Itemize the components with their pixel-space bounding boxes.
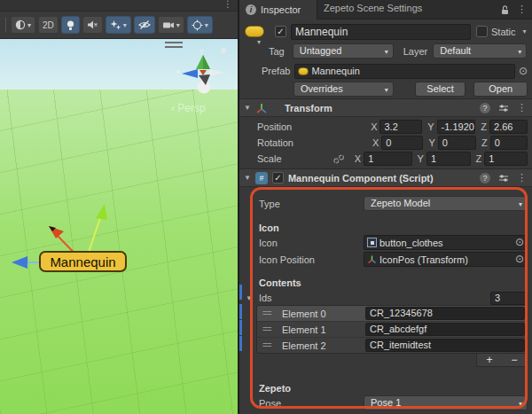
element-0-value-field[interactable]: CR_12345678 [365, 307, 525, 320]
component-enabled-checkbox[interactable]: ✓ [272, 172, 284, 184]
component-menu-kebab-icon[interactable]: ⋮ [517, 172, 527, 184]
add-element-button[interactable]: + [486, 355, 492, 365]
static-checkbox[interactable] [476, 26, 488, 37]
transform-icon [255, 102, 268, 114]
position-z-field[interactable]: 2.66 [489, 120, 528, 134]
type-dropdown[interactable]: Zepeto Model ▾ [364, 196, 528, 211]
chevron-down-icon: ▾ [27, 21, 31, 29]
drag-handle-icon[interactable]: == [262, 340, 271, 350]
x-axis-cone[interactable] [182, 69, 198, 78]
presets-icon[interactable] [498, 173, 509, 184]
foldout-icon[interactable]: ▼ [246, 294, 253, 302]
rotation-label: Rotation [257, 137, 293, 148]
mannequin-component-header[interactable]: ▼ # ✓ Mannequin Component (Script) ? ⋮ [239, 168, 532, 187]
chevron-down-icon: ▾ [205, 21, 208, 29]
tag-dropdown[interactable]: Untagged ▾ [293, 43, 394, 59]
ids-size-field[interactable]: 3 [490, 292, 528, 305]
presets-icon[interactable] [498, 103, 509, 113]
pose-row: Pose Pose 1 ▾ [259, 395, 528, 410]
static-dropdown-icon[interactable]: ▾ [523, 27, 527, 35]
drag-handle-icon[interactable]: == [262, 309, 271, 318]
scale-x-field[interactable]: 1 [364, 152, 411, 166]
shading-mode-button[interactable]: ▾ [11, 16, 35, 34]
audio-muted-icon [87, 20, 98, 30]
chevron-down-icon: ▾ [385, 83, 388, 97]
position-x-field[interactable]: 3.2 [379, 120, 422, 134]
object-picker-icon[interactable]: ⊙ [519, 65, 528, 77]
link-scale-icon[interactable] [333, 153, 344, 165]
camera-icon [162, 20, 175, 30]
pose-dropdown[interactable]: Pose 1 ▾ [364, 395, 528, 410]
icon-label: Icon [259, 238, 278, 248]
element-2-value-field[interactable]: CR_itemidtest [365, 339, 525, 352]
scene-view-pane: ⋮ ▾ 2D [0, 0, 239, 414]
inspector-tabbar: i Inspector Zepeto Scene Settings ⋮ [239, 0, 532, 20]
prefab-capsule-icon [298, 67, 309, 75]
chevron-down-icon: ▾ [519, 198, 522, 211]
prefab-object-field[interactable]: Mannequin [294, 64, 515, 79]
object-picker-icon[interactable]: ⊙ [515, 236, 524, 248]
foldout-icon[interactable]: ▼ [244, 104, 251, 112]
effects-toggle-button[interactable]: ▾ [106, 16, 131, 34]
audio-toggle-button[interactable] [82, 16, 103, 34]
help-icon[interactable]: ? [480, 103, 490, 113]
object-picker-icon[interactable]: ⊙ [515, 253, 524, 265]
list-item[interactable]: == Element 2 CR_itemidtest [257, 338, 527, 354]
active-checkbox[interactable]: ✓ [275, 26, 286, 37]
info-icon: i [246, 4, 256, 15]
override-indicator [239, 304, 242, 319]
icon-picker-dropdown-icon[interactable]: ▾ [257, 38, 261, 46]
script-icon: # [255, 172, 268, 184]
orientation-gizmo[interactable]: y x [176, 44, 230, 99]
override-indicator [239, 336, 242, 351]
icon-position-object-field[interactable]: IconPos (Transform) ⊙ [364, 252, 528, 267]
axis-cone-white[interactable] [209, 69, 224, 76]
tag-label: Tag [269, 46, 285, 57]
ids-row: ▼ Ids 3 [246, 291, 528, 305]
chevron-down-icon: ▾ [123, 21, 127, 29]
transform-header[interactable]: ▼ Transform ? ⋮ [239, 98, 532, 117]
layer-dropdown[interactable]: Default ▾ [433, 43, 527, 59]
lock-icon[interactable] [500, 4, 510, 15]
tab-inspector[interactable]: i Inspector [239, 0, 317, 20]
rotation-y-field[interactable]: 0 [438, 136, 476, 150]
projection-mode-label[interactable]: ‹ Persp [171, 102, 206, 114]
tab-zepeto-scene-settings[interactable]: Zepeto Scene Settings [324, 3, 422, 13]
list-footer: + − [476, 354, 528, 367]
rotation-z-field[interactable]: 0 [490, 136, 528, 150]
component-menu-kebab-icon[interactable]: ⋮ [517, 102, 527, 113]
camera-settings-button[interactable]: ▾ [158, 16, 184, 34]
list-item[interactable]: == Element 1 CR_abcdefgf [257, 322, 527, 338]
scene-window-titlebar: ⋮ [0, 0, 239, 12]
gameobject-name-field[interactable]: Mannequin [291, 24, 471, 40]
scene-visibility-toggle-button[interactable] [134, 16, 155, 34]
scale-y-field[interactable]: 1 [426, 152, 471, 166]
foldout-icon[interactable]: ▼ [244, 174, 251, 182]
unity-editor-window: ⋮ ▾ 2D [0, 0, 532, 414]
2d-toggle-button[interactable]: 2D [38, 16, 59, 34]
position-y-field[interactable]: -1.19209 [437, 120, 476, 134]
select-button[interactable]: Select [415, 82, 466, 97]
mannequin-scene-label[interactable]: Mannequin [39, 251, 127, 272]
help-icon[interactable]: ? [480, 173, 490, 184]
scene-toolbar: ▾ 2D ▾ [0, 12, 239, 39]
icon-object-field[interactable]: button_clothes ⊙ [364, 235, 528, 250]
gizmos-toggle-button[interactable]: ▾ [187, 16, 213, 34]
scene-menu-kebab-icon[interactable]: ⋮ [223, 0, 232, 9]
scene-viewport[interactable]: y x ‹ Persp [0, 39, 239, 414]
element-1-value-field[interactable]: CR_abcdefgf [365, 323, 525, 336]
list-item[interactable]: == Element 0 CR_12345678 [257, 306, 527, 322]
gameobject-header-row: ✓ Mannequin Static ▾ [245, 23, 528, 40]
remove-element-button[interactable]: − [511, 355, 517, 365]
prefab-capsule-icon[interactable] [245, 26, 264, 37]
rotation-x-field[interactable]: 0 [381, 136, 423, 150]
open-button[interactable]: Open [473, 82, 528, 97]
z-axis-cone[interactable] [200, 70, 207, 75]
element-label: Element 1 [282, 324, 326, 335]
toolbar-separator [5, 18, 6, 32]
scale-z-field[interactable]: 1 [484, 152, 528, 166]
inspector-menu-kebab-icon[interactable]: ⋮ [517, 4, 527, 15]
overrides-dropdown[interactable]: Overrides ▾ [293, 82, 394, 97]
lighting-toggle-button[interactable] [61, 16, 80, 34]
drag-handle-icon[interactable]: == [262, 324, 271, 334]
